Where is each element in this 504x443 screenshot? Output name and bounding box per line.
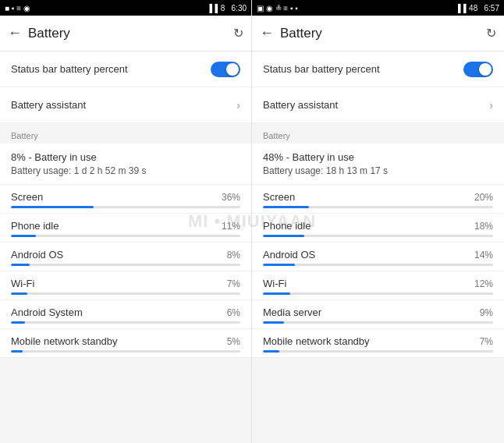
panel-right: ▣ ◉ ≗ ≡ ▪ ▪ ▌▌48 6:57 ← Battery ↻ Status… (252, 0, 504, 443)
battery-assistant-label: Battery assistant (263, 99, 489, 111)
battery-percent-text: 48% - Battery in use (263, 151, 493, 163)
progress-bar-fill (11, 350, 23, 353)
progress-bar-bg (11, 321, 240, 324)
usage-item-name: Screen (11, 191, 43, 203)
usage-item-pct: 8% (227, 250, 240, 260)
usage-item-pct: 20% (474, 192, 493, 203)
usage-item[interactable]: Media server 9% (252, 300, 504, 329)
section-header-battery: Battery (252, 123, 504, 144)
battery-percent-text: 8% - Battery in use (11, 151, 240, 163)
progress-bar-fill (263, 292, 290, 295)
progress-bar-fill (11, 206, 94, 208)
usage-item-name: Wi-Fi (263, 278, 286, 289)
back-button[interactable]: ← (260, 25, 274, 41)
usage-item-name: Android OS (263, 249, 315, 260)
status-right: ▌▌8 6:30 (209, 4, 247, 12)
usage-item[interactable]: Phone idle 11% (0, 214, 251, 243)
usage-item-pct: 9% (480, 307, 493, 318)
header-title: Battery (280, 26, 486, 41)
usage-item[interactable]: Wi-Fi 12% (252, 271, 504, 300)
progress-bar-bg (263, 206, 493, 208)
progress-bar-bg (263, 321, 493, 324)
usage-item-pct: 5% (227, 336, 240, 347)
usage-item-name: Mobile network standby (263, 335, 370, 347)
usage-item-name: Mobile network standby (11, 335, 118, 347)
usage-section: Screen 36% Phone idle 11% Android OS 8% (0, 185, 251, 358)
refresh-button[interactable]: ↻ (486, 26, 496, 41)
usage-item[interactable]: Screen 36% (0, 185, 251, 214)
content-right: Status bar battery percent Battery assis… (252, 51, 504, 443)
usage-item[interactable]: Phone idle 18% (252, 214, 504, 243)
chevron-icon: › (489, 99, 493, 112)
usage-item-pct: 7% (227, 278, 240, 289)
status-bar-battery-row: Status bar battery percent (0, 51, 251, 87)
progress-bar-bg (263, 350, 493, 353)
panels-wrapper: ■ ▪ ≡ ◉ ▌▌8 6:30 ← Battery ↻ Status bar … (0, 0, 504, 443)
battery-usage-time: Battery usage: 18 h 13 m 17 s (263, 165, 493, 176)
battery-assistant-row[interactable]: Battery assistant › (0, 87, 251, 123)
progress-bar-bg (11, 350, 240, 353)
usage-item[interactable]: Android OS 14% (252, 243, 504, 271)
status-right: ▌▌48 6:57 (458, 4, 499, 12)
usage-item-pct: 18% (474, 221, 493, 232)
status-bar-battery-row: Status bar battery percent (252, 51, 504, 87)
usage-item-pct: 7% (480, 336, 493, 347)
usage-item-name: Android System (11, 307, 83, 318)
usage-item-pct: 12% (474, 278, 493, 289)
progress-bar-fill (11, 292, 27, 295)
progress-bar-fill (263, 264, 295, 266)
status-bar-battery-toggle[interactable] (463, 62, 493, 77)
usage-item-pct: 14% (474, 250, 493, 260)
usage-item[interactable]: Mobile network standby 7% (252, 329, 504, 358)
panel-left: ■ ▪ ≡ ◉ ▌▌8 6:30 ← Battery ↻ Status bar … (0, 0, 252, 443)
header-left: ← Battery ↻ (0, 16, 251, 51)
content-left: Status bar battery percent Battery assis… (0, 51, 251, 443)
usage-item-pct: 11% (222, 221, 240, 232)
battery-assistant-row[interactable]: Battery assistant › (252, 87, 504, 123)
status-bar-right: ▣ ◉ ≗ ≡ ▪ ▪ ▌▌48 6:57 (252, 0, 504, 16)
usage-item-pct: 6% (227, 307, 240, 318)
progress-bar-fill (263, 235, 304, 237)
progress-bar-fill (11, 235, 36, 237)
status-bar-battery-toggle[interactable] (211, 62, 240, 77)
battery-info: 48% - Battery in use Battery usage: 18 h… (252, 144, 504, 185)
usage-item-name: Wi-Fi (11, 278, 34, 289)
progress-bar-bg (263, 264, 493, 266)
usage-item-name: Screen (263, 191, 295, 203)
usage-item[interactable]: Android System 6% (0, 300, 251, 329)
usage-item-name: Media server (263, 307, 321, 318)
usage-item-name: Android OS (11, 249, 63, 260)
progress-bar-bg (11, 206, 240, 208)
usage-item[interactable]: Screen 20% (252, 185, 504, 214)
usage-item[interactable]: Mobile network standby 5% (0, 329, 251, 358)
battery-info: 8% - Battery in use Battery usage: 1 d 2… (0, 144, 251, 185)
status-icons-left: ▣ ◉ ≗ ≡ ▪ ▪ (257, 4, 298, 12)
status-bar-left: ■ ▪ ≡ ◉ ▌▌8 6:30 (0, 0, 251, 16)
chevron-icon: › (236, 99, 240, 112)
progress-bar-fill (263, 206, 309, 208)
header-title: Battery (28, 26, 233, 41)
status-bar-battery-label: Status bar battery percent (11, 63, 211, 75)
battery-assistant-label: Battery assistant (11, 99, 236, 111)
usage-item[interactable]: Android OS 8% (0, 243, 251, 271)
status-bar-battery-label: Status bar battery percent (263, 63, 463, 75)
progress-bar-bg (263, 235, 493, 237)
refresh-button[interactable]: ↻ (233, 26, 243, 41)
usage-item-name: Phone idle (263, 220, 311, 232)
progress-bar-fill (11, 321, 25, 324)
progress-bar-bg (11, 235, 240, 237)
status-icons-left: ■ ▪ ≡ ◉ (5, 4, 30, 12)
usage-item[interactable]: Wi-Fi 7% (0, 271, 251, 300)
progress-bar-fill (263, 350, 279, 353)
usage-item-pct: 36% (222, 192, 240, 203)
usage-section: Screen 20% Phone idle 18% Android OS 14% (252, 185, 504, 358)
progress-bar-bg (263, 292, 493, 295)
progress-bar-bg (11, 264, 240, 266)
progress-bar-bg (11, 292, 240, 295)
battery-usage-time: Battery usage: 1 d 2 h 52 m 39 s (11, 165, 240, 176)
progress-bar-fill (11, 264, 30, 266)
section-header-battery: Battery (0, 123, 251, 144)
progress-bar-fill (263, 321, 284, 324)
header-right: ← Battery ↻ (252, 16, 504, 51)
back-button[interactable]: ← (8, 25, 22, 41)
